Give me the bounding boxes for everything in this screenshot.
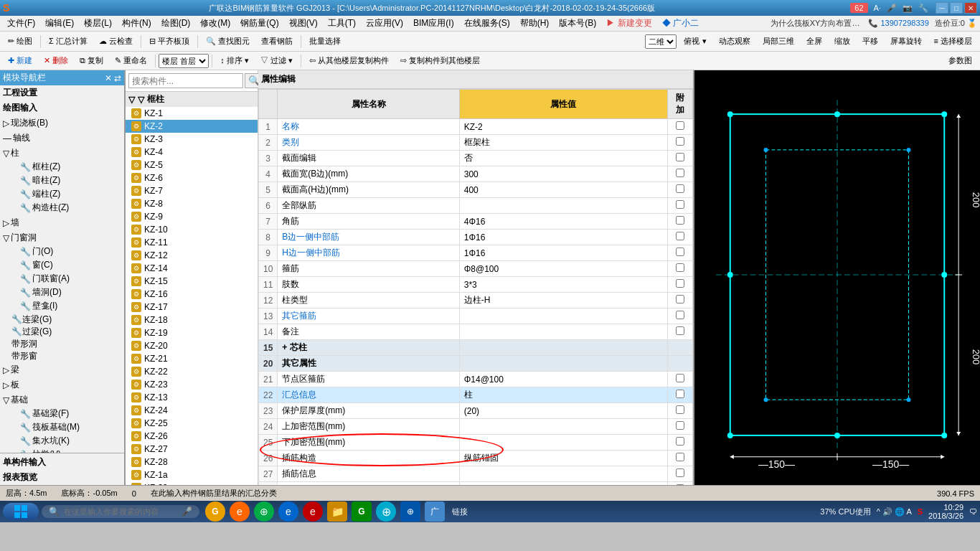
list-item-kz-27[interactable]: ⚙KZ-27 [126,443,258,456]
menu-file[interactable]: 文件(F) [3,16,39,31]
prop-value-22[interactable]: 柱 [459,387,667,403]
tb-fullscreen[interactable]: 全屏 [801,34,827,49]
node-lintel[interactable]: 🔧过梁(G) [0,326,124,338]
app-icon-blue[interactable]: ⊕ [376,501,396,522]
menu-cloud[interactable]: 云应用(V) [362,16,407,31]
menu-edit[interactable]: 编辑(E) [41,16,78,31]
node-niche[interactable]: 🔧壁龛(I) [9,299,124,313]
addon-checkbox-27[interactable] [676,468,684,477]
addon-checkbox-21[interactable] [676,374,684,382]
nav-single-input[interactable]: 单构件输入 [0,453,124,470]
minimize-button[interactable]: ─ [936,2,948,14]
left-panel-close[interactable]: ✕ ⇄ [105,73,121,83]
tb-align-top[interactable]: ⊟ 平齐板顶 [144,34,194,49]
app-icon-blue2[interactable]: ⊕ [400,501,420,522]
list-item-kz-11[interactable]: ⚙KZ-11 [126,236,258,249]
maximize-button[interactable]: □ [950,2,963,14]
addon-checkbox-25[interactable] [676,437,684,446]
app-icon-ie3[interactable]: e [303,501,323,522]
tb2-filter[interactable]: ▽ 过滤 ▾ [255,53,298,68]
tb-top-view[interactable]: 俯视 ▾ [679,34,711,49]
addon-checkbox-4[interactable] [676,169,684,177]
tb2-copy[interactable]: ⧉ 复制 [75,53,108,68]
tb2-copy-to-floor[interactable]: ⇨ 复制构件到其他楼层 [395,53,485,68]
node-doorwindow[interactable]: 🔧门联窗(A) [9,272,124,286]
list-item-kz-24[interactable]: ⚙KZ-24 [126,404,258,417]
tb2-sort[interactable]: ↕ 排序 ▾ [215,53,254,68]
menu-bim[interactable]: BIM应用(I) [409,16,458,31]
start-button[interactable] [3,503,39,520]
menu-version[interactable]: 版本号(B) [555,16,600,31]
app-icon-ie2[interactable]: e [278,501,298,522]
addon-checkbox-7[interactable] [676,216,684,225]
floor-select[interactable]: 楼层 首层 [159,54,209,68]
list-item-kz-12[interactable]: ⚙KZ-12 [126,249,258,262]
tb-calculate[interactable]: Σ 汇总计算 [44,34,93,49]
list-item-kz-20[interactable]: ⚙KZ-20 [126,339,258,352]
list-item-kz-1[interactable]: ⚙KZ-1 [126,107,258,120]
list-item-kz-28[interactable]: ⚙KZ-28 [126,456,258,468]
view-mode-select[interactable]: 二维三维 [645,34,677,49]
param-diagram-btn[interactable]: 参数图 [943,53,977,68]
nav-section-settings[interactable]: 工程设置 [0,85,124,100]
tb-local-3d[interactable]: 局部三维 [758,34,799,49]
menu-floor[interactable]: 楼层(L) [80,16,116,31]
addon-checkbox-26[interactable] [676,453,684,461]
node-strip-window[interactable]: 带形窗 [0,350,124,362]
list-item-kz-6[interactable]: ⚙KZ-6 [126,171,258,184]
list-item-kz-23[interactable]: ⚙KZ-23 [126,378,258,391]
tb-select-floor[interactable]: ≡ 选择楼层 [929,34,977,49]
list-item-kz-17[interactable]: ⚙KZ-17 [126,301,258,314]
app-icon-browser[interactable]: ⊕ [254,501,274,522]
node-endcol[interactable]: 🔧 端柱(Z) [9,187,124,201]
addon-checkbox-2[interactable] [676,137,684,146]
menu-guangxiao[interactable]: ◆ 广小二 [658,16,703,31]
list-item-kz-16[interactable]: ⚙KZ-16 [126,288,258,301]
addon-checkbox-12[interactable] [676,295,684,303]
addon-checkbox-11[interactable] [676,279,684,288]
app-icon-green[interactable]: G [352,501,372,522]
app-icon-folder[interactable]: 📁 [327,501,347,522]
tb-zoom[interactable]: 缩放 [829,34,855,49]
node-strip-hole[interactable]: 带形洞 [0,338,124,350]
node-door[interactable]: 🔧门(O) [9,245,124,258]
menu-modify[interactable]: 修改(M) [196,16,235,31]
close-button[interactable]: ✕ [964,2,977,14]
list-item-kz-14[interactable]: ⚙KZ-14 [126,262,258,275]
list-item-kz-8[interactable]: ⚙KZ-8 [126,197,258,210]
list-item-kz-5[interactable]: ⚙KZ-5 [126,159,258,171]
nav-report[interactable]: 报表预览 [0,470,124,485]
list-item-kz-13[interactable]: ⚙KZ-13 [126,391,258,404]
list-item-kz-22[interactable]: ⚙KZ-22 [126,365,258,378]
taskbar-search[interactable]: 🔍 🎤 [42,505,199,518]
addon-checkbox-9[interactable] [676,248,684,256]
tb-view-rebar[interactable]: 查看钢筋 [256,34,298,49]
list-item-kz-29[interactable]: ⚙KZ-29 [126,481,258,485]
notification-icon[interactable]: 🗨 [969,507,977,516]
node-wallhole[interactable]: 🔧墙洞(D) [9,286,124,299]
menu-draw[interactable]: 绘图(D) [157,16,195,31]
addon-checkbox-10[interactable] [676,263,684,272]
tb-find-element[interactable]: 🔍 查找图元 [201,34,255,49]
tb-batch-select[interactable]: 批量选择 [304,34,346,49]
taskbar-search-input[interactable] [64,507,179,516]
tb2-new[interactable]: ✚ 新建 [3,53,37,68]
menu-component[interactable]: 构件(N) [118,16,156,31]
list-item-kz-21[interactable]: ⚙KZ-21 [126,352,258,365]
node-window[interactable]: 🔧窗(C) [9,258,124,272]
list-item-kz-18[interactable]: ⚙KZ-18 [126,314,258,326]
addon-checkbox-22[interactable] [676,390,684,398]
list-item-kz-9[interactable]: ⚙KZ-9 [126,210,258,223]
search-input[interactable] [128,73,243,88]
list-item-kz-7[interactable]: ⚙KZ-7 [126,184,258,197]
tb2-delete[interactable]: ✕ 删除 [39,53,73,68]
addon-checkbox-28[interactable] [676,484,684,485]
list-item-kz-10[interactable]: ⚙KZ-10 [126,223,258,236]
list-item-kz-3[interactable]: ⚙KZ-3 [126,133,258,146]
menu-new-change[interactable]: ▶ 新建变更 [602,16,656,31]
list-item-kz-2[interactable]: ⚙KZ-2 [126,120,258,133]
tb-rotate[interactable]: 屏幕旋转 [885,34,927,49]
list-item-kz-1a[interactable]: ⚙KZ-1a [126,468,258,481]
addon-checkbox-14[interactable] [676,326,684,335]
addon-checkbox-13[interactable] [676,311,684,319]
